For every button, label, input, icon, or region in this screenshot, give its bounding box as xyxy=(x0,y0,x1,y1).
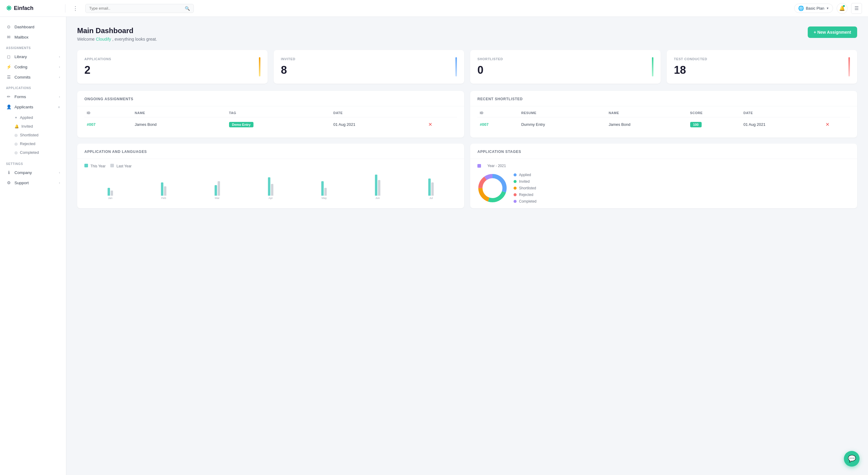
legend-item-this-year: This Year xyxy=(84,164,105,168)
ongoing-assignments-table: ID NAME TAG DATE #007 James Bond xyxy=(84,107,457,132)
chat-icon: 💬 xyxy=(848,455,856,463)
topnav-more-icon[interactable]: ⋮ xyxy=(70,4,81,13)
sidebar-item-support[interactable]: ⚙ Support ‹ xyxy=(0,178,66,188)
notification-button[interactable]: 🔔 xyxy=(837,3,847,14)
sidebar-item-label: Company xyxy=(14,170,56,175)
last-year-bar xyxy=(431,182,434,196)
bar-label: Jun xyxy=(375,197,380,200)
stat-card-test-conducted: TEST CONDUCTED 18 xyxy=(667,50,857,84)
stage-label: Completed xyxy=(519,199,536,203)
dashboard-icon: ⊙ xyxy=(6,24,11,29)
col-date: DATE xyxy=(331,107,426,117)
col-action xyxy=(426,107,457,117)
applied-icon: ✦ xyxy=(14,115,18,120)
chart-bar-group: Jan xyxy=(84,172,136,200)
commits-icon: ☰ xyxy=(6,75,11,79)
topnav-divider xyxy=(65,4,65,13)
sidebar-section-assignments: ASSIGNMENTS xyxy=(0,42,66,52)
col-score: SCORE xyxy=(688,107,741,117)
row-resume: Dummy Entry xyxy=(519,117,606,132)
content-grid: ONGOING ASSIGNMENTS ID NAME TAG DATE xyxy=(77,91,857,208)
search-input[interactable] xyxy=(89,6,182,10)
stage-dot xyxy=(514,173,517,176)
layout: ⊙ Dashboard ✉ Mailbox ASSIGNMENTS ◻ Libr… xyxy=(0,17,868,475)
stat-label: TEST CONDUCTED xyxy=(674,57,707,61)
sidebar-item-mailbox[interactable]: ✉ Mailbox xyxy=(0,32,66,42)
sidebar-subitem-invited[interactable]: 🔔 Invited xyxy=(14,122,66,131)
support-icon: ⚙ xyxy=(6,180,11,185)
row-name: James Bond xyxy=(132,117,227,132)
sidebar-item-applicants[interactable]: 👤 Applicants ∨ xyxy=(0,102,66,112)
app-stages-legend: Year - 2021 xyxy=(470,159,857,168)
last-year-bar xyxy=(271,184,273,196)
sidebar-item-library[interactable]: ◻ Library ‹ xyxy=(0,52,66,62)
support-chevron-icon: ‹ xyxy=(59,181,60,184)
logo: ❋ Einfach xyxy=(6,4,60,12)
sidebar-item-company[interactable]: ℹ Company ‹ xyxy=(0,167,66,178)
chart-bar-group: May xyxy=(299,172,350,200)
sidebar-subitem-completed[interactable]: ◎ Completed xyxy=(14,148,66,157)
app-languages-chart: JanFebMarAprMayJunJul xyxy=(77,168,464,204)
sidebar-item-label: Dashboard xyxy=(14,25,60,29)
new-assignment-label: + New Assignment xyxy=(814,30,851,35)
sidebar-item-coding[interactable]: ⚡ Coding ‹ xyxy=(0,62,66,72)
welcome-text: Welcome Cloudify , everything looks grea… xyxy=(77,37,157,41)
app-stages-content: AppliedInvitedShortlistedRejectedComplet… xyxy=(470,168,857,208)
hamburger-menu-button[interactable]: ☰ xyxy=(851,3,862,14)
chart-bar-group: Apr xyxy=(245,172,296,200)
row-id[interactable]: #007 xyxy=(480,122,489,127)
row-score: 100 xyxy=(690,122,702,127)
stage-dot xyxy=(514,193,517,196)
welcome-name: Cloudify xyxy=(96,37,111,41)
sidebar-subitem-rejected[interactable]: ◎ Rejected xyxy=(14,139,66,148)
new-assignment-button[interactable]: + New Assignment xyxy=(808,27,857,38)
legend-item-last-year: Last Year xyxy=(110,164,131,168)
last-year-bar xyxy=(324,188,327,196)
stage-item: Applied xyxy=(514,173,850,177)
delete-icon[interactable]: ✕ xyxy=(428,122,432,127)
stage-item: Shortlisted xyxy=(514,186,850,190)
stat-card-applications: APPLICATIONS 2 xyxy=(77,50,268,84)
sidebar-item-dashboard[interactable]: ⊙ Dashboard xyxy=(0,22,66,32)
bar-label: May xyxy=(321,197,327,200)
applicants-chevron-icon: ∨ xyxy=(58,105,60,109)
col-id: ID xyxy=(477,107,519,117)
plan-chevron-icon: ▼ xyxy=(826,7,829,10)
page-title: Main Dashboard xyxy=(77,27,157,35)
row-name: James Bond xyxy=(606,117,687,132)
chart-bar-group: Feb xyxy=(138,172,189,200)
stat-label: INVITED xyxy=(281,57,296,61)
chat-bubble[interactable]: 💬 xyxy=(844,451,860,467)
applicants-icon: 👤 xyxy=(6,104,11,109)
this-year-bar xyxy=(375,175,377,196)
chart-bar-group: Mar xyxy=(191,172,243,200)
bar-label: Jul xyxy=(429,197,433,200)
logo-icon: ❋ xyxy=(6,4,11,12)
sidebar-item-forms[interactable]: ✏ Forms ‹ xyxy=(0,92,66,102)
completed-icon: ◎ xyxy=(14,150,18,155)
search-bar[interactable]: 🔍 xyxy=(85,4,194,13)
this-year-bar xyxy=(321,181,324,196)
stage-item: Completed xyxy=(514,199,850,203)
invited-icon: 🔔 xyxy=(14,124,19,129)
sidebar-item-commits[interactable]: ☰ Commits ‹ xyxy=(0,72,66,82)
sidebar-item-label: Forms xyxy=(14,95,56,99)
col-action xyxy=(823,107,850,117)
plan-badge[interactable]: 🌐 Basic Plan ▼ xyxy=(794,4,833,13)
commits-chevron-icon: ‹ xyxy=(59,75,60,79)
sidebar-subitem-applied[interactable]: ✦ Applied xyxy=(14,113,66,122)
shortlisted-icon: ◎ xyxy=(14,133,18,137)
plan-label: Basic Plan xyxy=(806,6,824,10)
stages-year-dot xyxy=(477,164,481,168)
recent-shortlisted-title: RECENT SHORTLISTED xyxy=(470,91,857,106)
stat-value: 18 xyxy=(674,64,707,76)
last-year-bar xyxy=(111,191,113,196)
sidebar-subitem-shortlisted[interactable]: ◎ Shortlisted xyxy=(14,131,66,139)
stage-label: Shortlisted xyxy=(519,186,536,190)
app-stages-panel: APPLICATION STAGES Year - 2021 AppliedIn… xyxy=(470,144,857,208)
delete-icon[interactable]: ✕ xyxy=(826,122,830,127)
row-id[interactable]: #007 xyxy=(87,122,96,127)
this-year-bar xyxy=(161,182,163,196)
forms-icon: ✏ xyxy=(6,94,11,99)
app-languages-panel: APPLICATION AND LANGUAGES This Year Last… xyxy=(77,144,464,208)
